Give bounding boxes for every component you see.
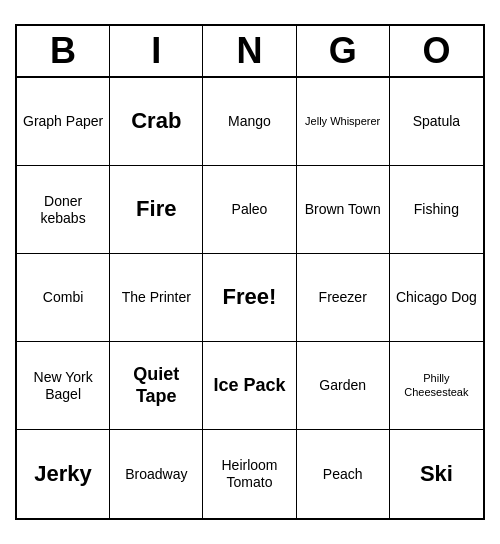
bingo-header: BINGO [17, 26, 483, 78]
bingo-cell-16: Quiet Tape [110, 342, 203, 430]
header-letter-n: N [203, 26, 296, 76]
header-letter-b: B [17, 26, 110, 76]
bingo-cell-4: Spatula [390, 78, 483, 166]
bingo-cell-17: Ice Pack [203, 342, 296, 430]
bingo-cell-8: Brown Town [297, 166, 390, 254]
bingo-cell-24: Ski [390, 430, 483, 518]
bingo-cell-22: Heirloom Tomato [203, 430, 296, 518]
bingo-cell-21: Broadway [110, 430, 203, 518]
bingo-cell-9: Fishing [390, 166, 483, 254]
bingo-cell-18: Garden [297, 342, 390, 430]
bingo-cell-11: The Printer [110, 254, 203, 342]
bingo-cell-20: Jerky [17, 430, 110, 518]
bingo-cell-13: Freezer [297, 254, 390, 342]
bingo-cell-1: Crab [110, 78, 203, 166]
bingo-cell-23: Peach [297, 430, 390, 518]
header-letter-i: I [110, 26, 203, 76]
bingo-cell-3: Jelly Whisperer [297, 78, 390, 166]
bingo-card: BINGO Graph PaperCrabMangoJelly Whispere… [15, 24, 485, 520]
header-letter-g: G [297, 26, 390, 76]
bingo-cell-5: Doner kebabs [17, 166, 110, 254]
bingo-grid: Graph PaperCrabMangoJelly WhispererSpatu… [17, 78, 483, 518]
bingo-cell-0: Graph Paper [17, 78, 110, 166]
bingo-cell-12: Free! [203, 254, 296, 342]
bingo-cell-6: Fire [110, 166, 203, 254]
bingo-cell-14: Chicago Dog [390, 254, 483, 342]
bingo-cell-10: Combi [17, 254, 110, 342]
bingo-cell-7: Paleo [203, 166, 296, 254]
bingo-cell-15: New York Bagel [17, 342, 110, 430]
bingo-cell-19: Philly Cheesesteak [390, 342, 483, 430]
bingo-cell-2: Mango [203, 78, 296, 166]
header-letter-o: O [390, 26, 483, 76]
